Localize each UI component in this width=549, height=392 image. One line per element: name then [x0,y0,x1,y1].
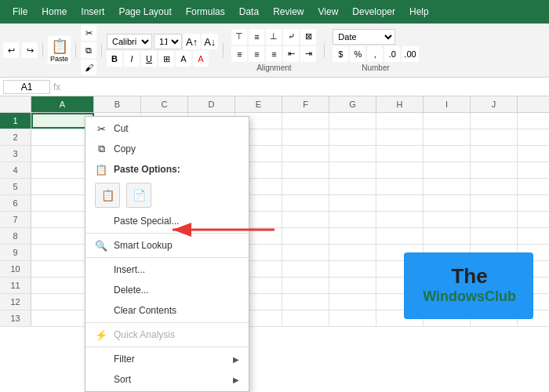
copy-button[interactable]: ⧉ [81,42,96,58]
cell-g4[interactable] [329,162,376,178]
decrease-decimal-button[interactable]: .0 [384,46,400,62]
cell-i7[interactable] [424,212,471,227]
cell-h11[interactable] [376,278,424,293]
align-left-button[interactable]: ≡ [231,46,247,62]
font-name-select[interactable]: Calibri [107,34,152,49]
menu-insert[interactable]: Insert [75,5,111,19]
cell-j3[interactable] [471,146,518,162]
menu-page-layout[interactable]: Page Layout [112,5,177,19]
cell-h2[interactable] [376,129,424,145]
cell-f13[interactable] [282,310,329,326]
col-header-f[interactable]: F [282,96,329,112]
cell-i4[interactable] [424,162,471,178]
wrap-text-button[interactable]: ⤶ [283,29,299,45]
cell-h7[interactable] [376,212,424,227]
row-header-3[interactable]: 3 [0,146,31,162]
cell-j13[interactable] [471,310,518,326]
menu-home[interactable]: Home [35,5,73,19]
comma-button[interactable]: , [367,46,383,62]
cell-g11[interactable] [329,278,376,293]
cell-i1[interactable] [424,113,471,129]
row-header-6[interactable]: 6 [0,195,31,211]
cell-h10[interactable] [376,261,424,277]
paste-opt-formula-button[interactable]: 📄 [126,183,151,208]
col-header-g[interactable]: G [329,96,376,112]
cell-h13[interactable] [376,310,424,326]
cell-i5[interactable] [424,179,471,194]
cell-j10[interactable] [471,261,518,277]
align-top-button[interactable]: ⊤ [231,29,247,45]
context-menu-delete[interactable]: Delete... [85,280,249,300]
font-color-button[interactable]: A [193,51,209,67]
col-header-j[interactable]: J [471,96,518,112]
fill-color-button[interactable]: A [176,51,191,67]
row-header-11[interactable]: 11 [0,278,31,293]
col-header-h[interactable]: H [376,96,424,112]
redo-button[interactable]: ↪ [22,42,38,58]
cell-f3[interactable] [282,146,329,162]
cell-reference-input[interactable] [3,80,50,94]
row-header-2[interactable]: 2 [0,129,31,145]
merge-button[interactable]: ⊠ [300,29,316,45]
cell-f11[interactable] [282,278,329,293]
row-header-5[interactable]: 5 [0,179,31,194]
cell-h4[interactable] [376,162,424,178]
context-menu-cut[interactable]: ✂ Cut [85,118,249,139]
menu-formulas[interactable]: Formulas [180,5,231,19]
cell-g2[interactable] [329,129,376,145]
align-center-button[interactable]: ≡ [249,46,264,62]
col-header-e[interactable]: E [235,96,282,112]
cell-i12[interactable] [424,294,471,310]
decrease-font-button[interactable]: A↓ [202,34,218,49]
cell-j8[interactable] [471,228,518,244]
cell-j11[interactable] [471,278,518,293]
cell-f6[interactable] [282,195,329,211]
increase-decimal-button[interactable]: .00 [402,46,418,62]
cell-h1[interactable] [376,113,424,129]
indent-increase-button[interactable]: ⇥ [300,46,316,62]
cell-h6[interactable] [376,195,424,211]
context-menu-smart-lookup[interactable]: 🔍 Smart Lookup [85,235,249,256]
italic-button[interactable]: I [124,51,140,67]
paste-opt-values-button[interactable]: 📋 [95,183,120,208]
cell-f4[interactable] [282,162,329,178]
menu-help[interactable]: Help [403,5,435,19]
cell-f5[interactable] [282,179,329,194]
col-header-a[interactable]: A [31,96,94,112]
cell-i6[interactable] [424,195,471,211]
formula-input[interactable] [64,82,546,93]
cell-j4[interactable] [471,162,518,178]
underline-button[interactable]: U [141,51,157,67]
cell-j6[interactable] [471,195,518,211]
undo-button[interactable]: ↩ [3,42,19,58]
cell-i3[interactable] [424,146,471,162]
cell-j7[interactable] [471,212,518,227]
cell-f1[interactable] [282,113,329,129]
bold-button[interactable]: B [107,51,122,67]
cell-h8[interactable] [376,228,424,244]
cell-g5[interactable] [329,179,376,194]
menu-developer[interactable]: Developer [346,5,402,19]
context-menu-insert[interactable]: Insert... [85,260,249,280]
format-painter-button[interactable]: 🖌 [81,60,96,75]
cell-i11[interactable] [424,278,471,293]
menu-review[interactable]: Review [267,5,310,19]
cell-i9[interactable] [424,245,471,260]
row-header-7[interactable]: 7 [0,212,31,227]
row-header-1[interactable]: 1 [0,113,31,129]
cell-j5[interactable] [471,179,518,194]
cell-g1[interactable] [329,113,376,129]
cell-j1[interactable] [471,113,518,129]
cell-i8[interactable] [424,228,471,244]
cell-h9[interactable] [376,245,424,260]
cell-i10[interactable] [424,261,471,277]
currency-button[interactable]: $ [333,46,348,62]
cell-j9[interactable] [471,245,518,260]
row-header-9[interactable]: 9 [0,245,31,260]
align-middle-button[interactable]: ≡ [249,29,264,45]
font-size-select[interactable]: 11 [154,34,182,49]
cell-h12[interactable] [376,294,424,310]
cell-g10[interactable] [329,261,376,277]
paste-button[interactable]: 📋 Paste [48,36,71,64]
cell-f7[interactable] [282,212,329,227]
